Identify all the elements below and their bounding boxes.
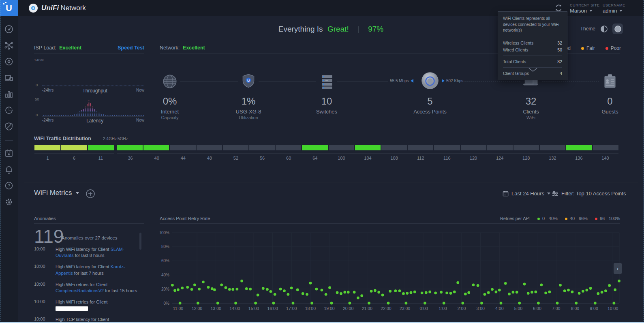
anomalies-underline bbox=[34, 223, 144, 224]
anomaly-client-link[interactable]: CompteursRadiationsV2 bbox=[56, 288, 104, 293]
svg-text:8:00: 8:00 bbox=[571, 306, 580, 311]
traffic-title: WiFi Traffic Distribution bbox=[34, 136, 91, 141]
svg-text:10:00: 10:00 bbox=[608, 306, 618, 311]
svg-text:7:00: 7:00 bbox=[552, 306, 561, 311]
sidebar-item-alerts[interactable] bbox=[4, 165, 14, 174]
redacted-text bbox=[56, 306, 88, 311]
legend-fair: Fair bbox=[581, 45, 595, 51]
sidebar-item-help[interactable]: ? bbox=[4, 181, 14, 190]
chevron-down-icon bbox=[589, 10, 593, 12]
channel-116-label: 116 bbox=[434, 156, 460, 160]
anomalies-title: Anomalies bbox=[34, 216, 56, 221]
current-site-dropdown[interactable]: CURRENT SITE Maison bbox=[570, 3, 600, 14]
wifi-metrics-dropdown[interactable]: WiFi Metrics bbox=[34, 189, 79, 197]
sidebar-item-insights[interactable] bbox=[4, 105, 14, 115]
time-range-dropdown[interactable]: Last 24 Hours bbox=[503, 190, 550, 197]
ubiquiti-logo[interactable]: U bbox=[0, 0, 18, 16]
sidebar-item-topology[interactable] bbox=[4, 41, 14, 50]
channel-36-bar bbox=[117, 145, 143, 150]
anomaly-row: 10:00High WiFi latency for Client Karotz… bbox=[34, 264, 144, 276]
speed-test-link[interactable]: Speed Test bbox=[118, 45, 144, 51]
channel-112-label: 112 bbox=[407, 156, 434, 160]
svg-text:16:00: 16:00 bbox=[267, 306, 278, 311]
network-header: Network: Excellent bbox=[160, 45, 205, 51]
guest-badge-icon bbox=[601, 72, 619, 91]
latency-xaxis: -24hrsLatencyNow bbox=[42, 118, 144, 124]
sidebar-item-security[interactable] bbox=[4, 122, 14, 131]
add-metric-button[interactable] bbox=[86, 189, 95, 200]
tooltip-total-row: Total Clients82 bbox=[503, 59, 562, 64]
health-score: 97% bbox=[368, 25, 383, 33]
channel-56-label: 56 bbox=[249, 156, 276, 160]
channel-132-bar bbox=[540, 145, 565, 150]
retry-rate-legend: Retries per AP: 0 - 40% 40 - 66% 66 - 10… bbox=[500, 216, 620, 221]
anomaly-text: High WiFi retries for Client bbox=[56, 299, 140, 311]
svg-text:60%: 60% bbox=[161, 259, 169, 263]
network-label: Network: bbox=[160, 45, 180, 51]
tooltip-wired-row: Wired Clients50 bbox=[503, 47, 562, 52]
theme-label: Theme bbox=[580, 26, 595, 32]
theme-dark-button[interactable] bbox=[612, 24, 623, 34]
sidebar-item-statistics[interactable] bbox=[4, 89, 14, 99]
shield-icon: U bbox=[239, 72, 258, 91]
chart-next-button[interactable]: › bbox=[614, 263, 622, 274]
node-guests[interactable]: 0 Guests bbox=[584, 72, 636, 115]
username-dropdown[interactable]: USERNAME admin bbox=[603, 3, 625, 14]
isp-load-label: ISP Load: bbox=[34, 45, 56, 51]
anomaly-text: High WiFi retries for Client CompteursRa… bbox=[56, 282, 140, 294]
anomaly-text: High WiFi latency for Client Karotz-Appe… bbox=[56, 264, 140, 276]
sidebar-item-events[interactable] bbox=[4, 148, 14, 158]
node-gateway[interactable]: U 1% USG-XG-8 Utilization bbox=[222, 72, 275, 120]
channel-136-bar bbox=[566, 145, 592, 150]
filter-control[interactable]: Filter: Top 10 Access Points bbox=[552, 190, 626, 197]
svg-text:?: ? bbox=[8, 184, 10, 188]
node-access-points[interactable]: 5 Access Points bbox=[404, 71, 456, 115]
anomaly-time: 10:00 bbox=[34, 246, 56, 259]
anomaly-row: 10:00High WiFi latency for Client SLAM-O… bbox=[34, 246, 144, 259]
sidebar-item-dashboard[interactable] bbox=[4, 24, 14, 34]
username-label: USERNAME bbox=[603, 3, 625, 7]
sidebar-divider bbox=[5, 140, 13, 141]
legend-poor: Poor bbox=[605, 45, 621, 51]
network-status: Excellent bbox=[183, 45, 205, 51]
latency-axis bbox=[42, 116, 144, 117]
svg-text:17:00: 17:00 bbox=[286, 306, 297, 311]
sidebar-item-settings[interactable] bbox=[4, 197, 14, 207]
channel-64-label: 64 bbox=[302, 156, 328, 160]
node-internet[interactable]: 0% Internet Capacity bbox=[143, 72, 196, 120]
isp-divider bbox=[34, 53, 144, 54]
channel-64-bar bbox=[302, 145, 327, 150]
isp-load-header: ISP Load: Excellent Speed Test bbox=[34, 45, 144, 51]
anomaly-time: 10:00 bbox=[34, 299, 56, 311]
channel-132-label: 132 bbox=[539, 156, 566, 160]
sidebar-item-devices[interactable] bbox=[4, 57, 14, 66]
channel-11-label: 11 bbox=[88, 156, 114, 160]
anomaly-row: 10:00High TCP latency for Client Note 8 … bbox=[34, 317, 144, 323]
channel-40-bar bbox=[143, 145, 169, 150]
svg-text:4:00: 4:00 bbox=[495, 306, 504, 311]
band-5-label: 5GHz bbox=[118, 137, 128, 141]
channel-108-bar bbox=[381, 145, 407, 150]
tooltip-pointer-icon bbox=[528, 66, 538, 74]
svg-text:12:00: 12:00 bbox=[192, 306, 202, 311]
theme-switcher: Theme bbox=[580, 24, 623, 34]
unifi-ap-icon bbox=[29, 4, 38, 13]
channel-136-label: 136 bbox=[566, 156, 592, 160]
sidebar-item-clients[interactable] bbox=[4, 73, 14, 83]
anomaly-text: High TCP latency for Client Note 8 Pro) … bbox=[56, 317, 140, 323]
channel-6-bar bbox=[61, 145, 87, 150]
anomaly-time: 10:00 bbox=[34, 264, 56, 276]
anomaly-scrollbar[interactable] bbox=[139, 233, 141, 250]
latency-ymax: 50 bbox=[35, 97, 39, 101]
channel-128-bar bbox=[513, 145, 539, 150]
anomaly-count: 119 bbox=[34, 225, 64, 247]
filter-sliders-icon bbox=[552, 191, 558, 197]
anomaly-time: 10:00 bbox=[34, 317, 56, 323]
channel-60-label: 60 bbox=[276, 156, 302, 160]
node-switches[interactable]: 10 Switches bbox=[300, 72, 353, 115]
theme-light-button[interactable] bbox=[599, 24, 609, 34]
anomaly-row: 10:00High WiFi retries for Client bbox=[34, 299, 144, 311]
retry-rate-title: Access Point Retry Rate bbox=[160, 216, 210, 221]
throughput-ymin: 0 bbox=[36, 83, 38, 87]
latency-ymin: 0 bbox=[36, 113, 38, 117]
